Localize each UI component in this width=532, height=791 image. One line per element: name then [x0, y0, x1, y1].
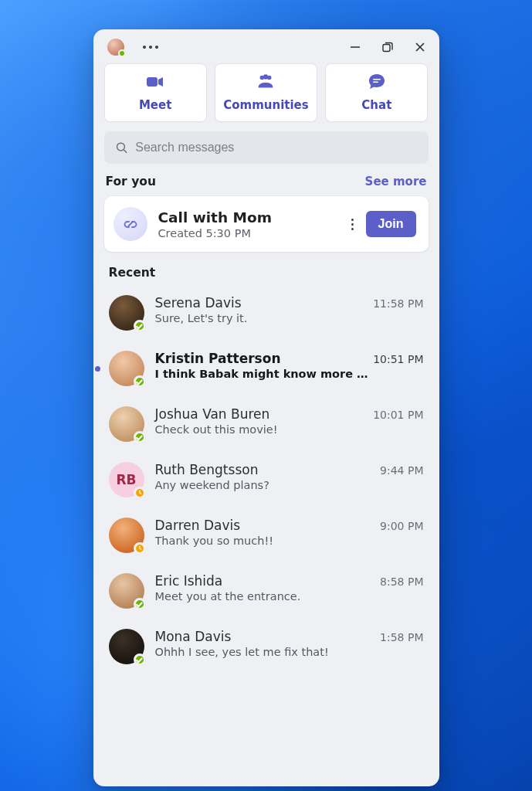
contact-name: Mona Davis [155, 629, 232, 644]
meet-button[interactable]: Meet [104, 63, 207, 122]
for-you-title: For you [106, 175, 156, 188]
recent-title: Recent [93, 266, 439, 287]
chat-item-text: Kristin Patterson10:51 PMI think Babak m… [155, 351, 424, 380]
message-time: 11:58 PM [373, 297, 423, 310]
message-preview: Meet you at the entrance. [155, 590, 371, 603]
contact-avatar [109, 295, 144, 331]
presence-available-icon [118, 49, 126, 57]
window-controls [347, 39, 429, 56]
presence-available-icon [134, 320, 146, 332]
presence-available-icon [134, 654, 146, 666]
svg-rect-1 [147, 77, 158, 87]
search-box[interactable] [104, 131, 429, 164]
chat-icon [367, 72, 387, 92]
message-time: 1:58 PM [380, 631, 423, 643]
contact-name: Joshua Van Buren [155, 406, 270, 422]
presence-away-icon [134, 542, 146, 555]
titlebar [93, 29, 439, 63]
message-time: 10:01 PM [373, 409, 423, 421]
video-icon [145, 72, 165, 92]
minimize-button[interactable] [347, 39, 364, 56]
titlebar-left [107, 39, 163, 56]
meet-label: Meet [139, 98, 171, 112]
contact-name: Ruth Bengtsson [155, 462, 259, 477]
close-icon [414, 41, 426, 53]
maximize-button[interactable] [379, 39, 396, 56]
chat-button[interactable]: Chat [325, 63, 428, 122]
message-time: 10:51 PM [373, 353, 423, 365]
people-icon [256, 72, 276, 92]
svg-rect-0 [383, 45, 390, 52]
chat-label: Chat [361, 98, 391, 112]
svg-rect-5 [373, 79, 381, 80]
chat-item[interactable]: Eric Ishida8:58 PMMeet you at the entran… [97, 565, 436, 621]
for-you-card-text: Call with Mom Created 5:30 PM [158, 209, 336, 239]
presence-available-icon [134, 598, 146, 610]
contact-avatar [109, 629, 144, 664]
message-time: 9:44 PM [380, 464, 423, 477]
contact-name: Serena Davis [155, 295, 242, 311]
communities-label: Communities [223, 98, 309, 112]
communities-button[interactable]: Communities [215, 63, 317, 122]
contact-avatar: RB [109, 462, 144, 497]
close-button[interactable] [412, 39, 429, 56]
chat-list[interactable]: Serena Davis11:58 PMSure, Let's try it.K… [93, 287, 439, 786]
search-input[interactable] [135, 141, 417, 154]
presence-away-icon [134, 487, 146, 499]
more-menu-button[interactable] [138, 41, 163, 53]
message-preview: Thank you so much!! [155, 535, 371, 547]
presence-available-icon [134, 375, 146, 388]
message-preview: Sure, Let's try it. [155, 312, 371, 324]
chat-item[interactable]: RBRuth Bengtsson9:44 PMAny weekend plans… [97, 454, 436, 510]
svg-point-7 [117, 143, 124, 151]
chat-item-text: Eric Ishida8:58 PMMeet you at the entran… [155, 573, 424, 603]
svg-point-4 [267, 76, 272, 80]
message-time: 8:58 PM [380, 575, 423, 588]
maximize-icon [381, 40, 395, 54]
chat-item-text: Serena Davis11:58 PMSure, Let's try it. [155, 295, 424, 324]
contact-name: Kristin Patterson [155, 351, 281, 366]
event-title: Call with Mom [158, 209, 336, 226]
chat-item-text: Ruth Bengtsson9:44 PMAny weekend plans? [155, 462, 424, 491]
for-you-card-actions: Join [347, 211, 416, 237]
primary-toolbar: Meet Communities Chat [93, 63, 439, 130]
search-icon [115, 141, 128, 154]
chat-item[interactable]: Serena Davis11:58 PMSure, Let's try it. [97, 287, 436, 343]
event-more-button[interactable] [347, 214, 358, 235]
message-preview: I think Babak might know more a… [155, 368, 371, 380]
me-avatar[interactable] [107, 39, 124, 56]
chat-item[interactable]: Mona Davis1:58 PMOhhh I see, yes let me … [97, 621, 436, 677]
unread-indicator-icon [95, 366, 100, 372]
contact-avatar [109, 573, 144, 609]
join-button[interactable]: Join [366, 211, 416, 237]
message-time: 9:00 PM [380, 520, 423, 532]
chat-item-text: Joshua Van Buren10:01 PMCheck out this m… [155, 406, 424, 436]
contact-name: Darren Davis [155, 518, 241, 533]
message-preview: Any weekend plans? [155, 479, 371, 491]
message-preview: Ohhh I see, yes let me fix that! [155, 646, 371, 658]
svg-rect-6 [373, 82, 378, 83]
contact-name: Eric Ishida [155, 573, 223, 589]
chat-item[interactable]: Kristin Patterson10:51 PMI think Babak m… [97, 343, 436, 399]
for-you-header: For you See more [93, 175, 439, 196]
chat-item-text: Darren Davis9:00 PMThank you so much!! [155, 518, 424, 547]
link-icon [114, 207, 147, 241]
event-subtitle: Created 5:30 PM [158, 227, 336, 239]
chat-item[interactable]: Joshua Van Buren10:01 PMCheck out this m… [97, 399, 436, 454]
presence-available-icon [134, 431, 146, 443]
contact-avatar [109, 406, 144, 442]
minimize-icon [349, 41, 361, 53]
chat-item-text: Mona Davis1:58 PMOhhh I see, yes let me … [155, 629, 424, 658]
see-more-link[interactable]: See more [365, 175, 427, 188]
for-you-card[interactable]: Call with Mom Created 5:30 PM Join [104, 196, 429, 252]
chat-item[interactable]: Darren Davis9:00 PMThank you so much!! [97, 510, 436, 565]
contact-avatar [109, 351, 144, 386]
message-preview: Check out this movie! [155, 423, 371, 436]
contact-avatar [109, 518, 144, 553]
teams-chat-window: Meet Communities Chat For you See more [93, 29, 439, 786]
